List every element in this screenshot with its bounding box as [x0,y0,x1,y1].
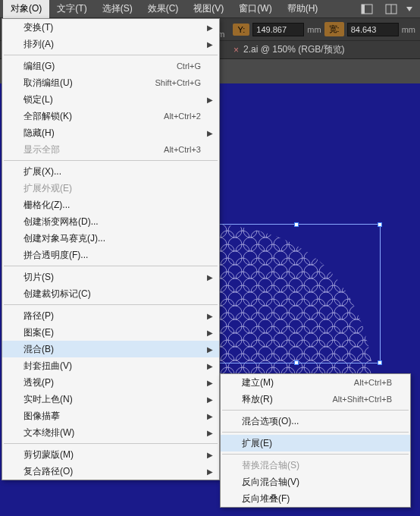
submenu-arrow-icon: ▶ [207,24,213,32]
menu-item[interactable]: 释放(R)Alt+Shift+Ctrl+B [221,391,410,407]
menu-item[interactable]: 透视(P)▶ [2,374,219,391]
handle-s[interactable] [294,360,299,365]
menu-item[interactable]: 图像描摹▶ [2,407,219,424]
menu-type[interactable]: 文字(T) [49,0,94,18]
menu-effect[interactable]: 效果(C) [140,0,186,18]
menu-item-label: 创建渐变网格(D)... [24,216,201,228]
menu-item[interactable]: 编组(G)Ctrl+G [2,58,219,74]
menu-item[interactable]: 封套扭曲(V)▶ [2,357,219,374]
submenu-arrow-icon: ▶ [207,429,213,437]
menu-item[interactable]: 创建渐变网格(D)... [2,213,219,230]
menu-window[interactable]: 窗口(W) [231,0,279,18]
menu-item-label: 创建裁切标记(C) [24,288,201,300]
menu-item[interactable]: 混合选项(O)... [221,413,410,429]
y-label: Y: [233,24,249,36]
svg-rect-1 [362,5,365,14]
w-unit: mm [402,25,415,34]
close-icon[interactable]: × [234,45,239,55]
shortcut-label: Shift+Ctrl+G [155,78,201,87]
separator [4,266,218,266]
menu-item-label: 反向混合轴(V) [242,476,392,489]
menubar: 对象(O) 文字(T) 选择(S) 效果(C) 视图(V) 窗口(W) 帮助(H… [0,0,420,18]
menu-item-label: 封套扭曲(V) [24,360,201,373]
layout-icon[interactable] [359,2,375,17]
submenu-arrow-icon: ▶ [207,345,213,354]
menu-item[interactable]: 创建裁切标记(C) [2,285,219,302]
tab-title: 2.ai @ 150% (RGB/预览) [243,43,345,56]
menu-item-label: 建立(M) [242,376,354,389]
menu-help[interactable]: 帮助(H) [280,0,326,18]
menu-item[interactable]: 图案(E)▶ [2,324,219,341]
shortcut-label: Ctrl+G [177,61,201,71]
separator [4,55,218,55]
menu-item[interactable]: 取消编组(U)Shift+Ctrl+G [2,74,219,91]
menu-object[interactable]: 对象(O) [3,0,49,18]
submenu-arrow-icon: ▶ [207,329,213,337]
menu-item[interactable]: 反向混合轴(V) [221,474,410,490]
menu-item-label: 混合(B) [24,343,201,356]
submenu-arrow-icon: ▶ [207,96,213,104]
menu-item[interactable]: 切片(S)▶ [2,269,219,285]
menu-item[interactable]: 文本绕排(W)▶ [2,424,219,441]
menu-item: 替换混合轴(S) [221,457,410,474]
y-unit: mm [307,25,321,34]
menu-item-label: 扩展外观(E) [24,182,201,195]
menu-item[interactable]: 隐藏(H)▶ [2,124,219,141]
submenu-arrow-icon: ▶ [207,129,213,137]
menu-item[interactable]: 混合(B)▶ [2,341,219,357]
menu-select[interactable]: 选择(S) [95,0,140,18]
menu-item-label: 拼合透明度(F)... [24,249,201,262]
menu-item-label: 剪切蒙版(M) [24,448,201,461]
separator [4,443,218,444]
shortcut-label: Alt+Ctrl+2 [164,112,201,121]
w-label: 宽: [324,22,344,36]
menu-item[interactable]: 全部解锁(K)Alt+Ctrl+2 [2,108,219,124]
menu-item[interactable]: 栅格化(Z)... [2,197,219,213]
menu-item[interactable]: 创建对象马赛克(J)... [2,230,219,247]
menu-item[interactable]: 反向堆叠(F) [221,490,410,507]
handle-n[interactable] [294,222,299,227]
menu-item-label: 锁定(L) [24,93,201,106]
shortcut-label: Alt+Shift+Ctrl+B [332,395,392,404]
menu-item[interactable]: 扩展(E) [221,435,410,452]
menu-item[interactable]: 复合路径(O)▶ [2,463,219,480]
menu-item[interactable]: 建立(M)Alt+Ctrl+B [221,374,410,391]
menu-item-label: 编组(G) [24,60,177,73]
menu-view[interactable]: 视图(V) [186,0,231,18]
menu-item-label: 替换混合轴(S) [242,459,392,472]
menu-item[interactable]: 排列(A)▶ [2,36,219,52]
menu-item-label: 变换(T) [24,21,201,34]
shortcut-label: Alt+Ctrl+B [354,378,392,387]
menu-item: 显示全部Alt+Ctrl+3 [2,141,219,158]
menu-item-label: 显示全部 [24,143,164,156]
menu-item-label: 路径(P) [24,310,201,322]
document-tab[interactable]: × 2.ai @ 150% (RGB/预览) [234,43,345,56]
menu-item[interactable]: 实时上色(N)▶ [2,391,219,407]
submenu-arrow-icon: ▶ [207,362,213,370]
menu-item[interactable]: 锁定(L)▶ [2,91,219,108]
menu-item-label: 图案(E) [24,326,201,339]
submenu-arrow-icon: ▶ [207,312,213,320]
doc-setup-icon[interactable] [384,2,399,17]
menu-item[interactable]: 拼合透明度(F)... [2,247,219,263]
menu-item-label: 扩展(X)... [24,165,201,178]
dropdown-icon[interactable] [402,2,417,17]
menu-item[interactable]: 变换(T)▶ [2,19,219,36]
submenu-arrow-icon: ▶ [207,379,213,387]
separator [4,160,218,161]
menu-item[interactable]: 扩展(X)... [2,163,219,180]
menu-item[interactable]: 剪切蒙版(M)▶ [2,446,219,463]
menu-item-label: 反向堆叠(F) [242,492,392,505]
menu-item-label: 释放(R) [242,393,332,406]
submenu-arrow-icon: ▶ [207,273,213,282]
menu-item-label: 切片(S) [24,271,201,284]
w-input[interactable] [347,23,399,36]
y-input[interactable] [252,23,304,36]
handle-se[interactable] [378,360,382,365]
separator [222,454,409,455]
menu-item[interactable]: 路径(P)▶ [2,307,219,324]
handle-ne[interactable] [378,222,382,227]
menu-item-label: 文本绕排(W) [24,426,201,439]
menu-item-label: 混合选项(O)... [242,415,392,428]
submenu-arrow-icon: ▶ [207,467,213,476]
